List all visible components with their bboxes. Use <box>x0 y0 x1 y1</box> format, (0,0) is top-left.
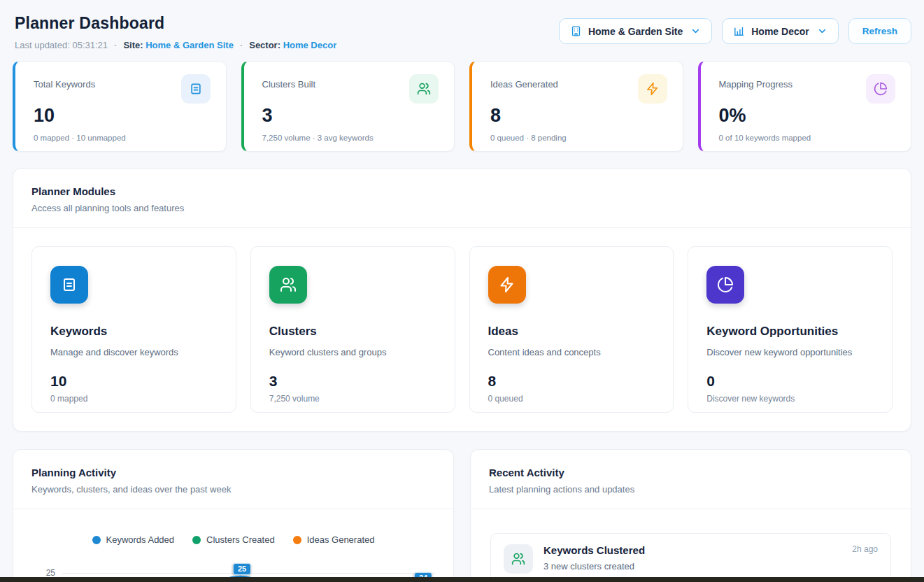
module-description: Discover new keyword opportunities <box>706 347 874 357</box>
activity-timestamp: 2h ago <box>852 544 878 554</box>
stat-sub: 0 mapped · 10 unmapped <box>34 134 211 142</box>
screen-bottom-bar <box>0 577 924 582</box>
section-subtitle: Latest planning actions and updates <box>489 484 893 495</box>
meta-separator: · <box>114 40 117 50</box>
legend-item-ideas-generated[interactable]: Ideas Generated <box>293 534 375 545</box>
chevron-down-icon <box>817 26 827 36</box>
stat-label: Total Keywords <box>34 77 95 90</box>
chevron-down-icon <box>690 26 701 36</box>
pie-chart-icon <box>706 266 744 304</box>
module-value: 0 <box>706 373 874 390</box>
activity-title: Keywords Clustered <box>543 544 645 556</box>
activity-item-keywords-clustered: Keywords Clustered 2h ago 3 new clusters… <box>490 533 891 582</box>
module-title: Clusters <box>269 325 436 339</box>
module-sub: 0 queued <box>488 394 655 404</box>
legend-label: Ideas Generated <box>307 534 375 545</box>
module-title: Keywords <box>50 325 218 339</box>
users-icon <box>269 266 307 304</box>
planner-modules-header: Planner Modules Access all planning tool… <box>13 169 911 228</box>
legend-label: Keywords Added <box>106 534 175 545</box>
planning-activity-header: Planning Activity Keywords, clusters, an… <box>13 450 453 509</box>
planning-activity-panel: Planning Activity Keywords, clusters, an… <box>13 449 454 582</box>
legend-dot <box>293 536 301 544</box>
stat-card-clusters-built: Clusters Built 3 7,250 volume · 3 avg ke… <box>241 61 455 152</box>
site-selector-dropdown[interactable]: Home & Garden Site <box>559 18 712 44</box>
module-title: Keyword Opportunities <box>706 325 874 339</box>
site-meta: Site: Home & Garden Site <box>123 40 234 50</box>
module-description: Keyword clusters and groups <box>269 347 436 357</box>
page-meta: Last updated: 05:31:21 · Site: Home & Ga… <box>15 40 336 50</box>
activity-chart: Keywords Added Clusters Created Ideas Ge… <box>13 509 453 582</box>
document-icon <box>50 266 88 304</box>
sector-meta: Sector: Home Decor <box>249 40 336 50</box>
recent-activity-panel: Recent Activity Latest planning actions … <box>470 449 911 582</box>
zap-icon <box>638 74 667 104</box>
activity-content: Keywords Clustered 2h ago 3 new clusters… <box>543 544 878 574</box>
legend-item-clusters-created[interactable]: Clusters Created <box>192 534 275 545</box>
module-value: 8 <box>488 373 655 390</box>
stat-sub: 7,250 volume · 3 avg keywords <box>262 134 439 142</box>
section-title: Planner Modules <box>31 185 893 197</box>
stat-label: Clusters Built <box>262 77 316 90</box>
module-card-ideas[interactable]: Ideas Content ideas and concepts 8 0 que… <box>469 246 674 413</box>
planner-modules-panel: Planner Modules Access all planning tool… <box>13 168 911 432</box>
sector-selector-dropdown[interactable]: Home Decor <box>722 18 838 44</box>
bar-chart-icon <box>733 25 745 37</box>
stat-card-total-keywords: Total Keywords 10 0 mapped · 10 unmapped <box>13 61 227 152</box>
section-subtitle: Keywords, clusters, and ideas over the p… <box>31 484 435 495</box>
stat-value: 0% <box>719 105 896 127</box>
legend-dot <box>192 536 201 544</box>
topbar-left: Planner Dashboard Last updated: 05:31:21… <box>15 14 336 50</box>
activity-description: 3 new clusters created <box>543 561 878 572</box>
module-title: Ideas <box>488 325 655 339</box>
data-point-label: 25 <box>233 563 251 575</box>
sector-selector-label: Home Decor <box>751 26 809 37</box>
planner-dashboard-page: Planner Dashboard Last updated: 05:31:21… <box>0 0 924 582</box>
stat-sub: 0 queued · 8 pending <box>490 134 667 142</box>
legend-dot <box>92 536 101 544</box>
topbar-controls: Home & Garden Site Home Decor Refresh <box>559 18 911 44</box>
stats-row: Total Keywords 10 0 mapped · 10 unmapped… <box>0 50 924 152</box>
refresh-button[interactable]: Refresh <box>848 18 911 44</box>
module-value: 10 <box>50 373 218 390</box>
meta-separator: · <box>240 40 243 50</box>
users-icon <box>504 544 533 574</box>
zap-icon <box>488 266 526 304</box>
section-title: Planning Activity <box>31 467 435 478</box>
legend-label: Clusters Created <box>206 534 275 545</box>
module-sub: 0 mapped <box>50 394 218 404</box>
module-card-keywords[interactable]: Keywords Manage and discover keywords 10… <box>31 246 236 413</box>
legend-item-keywords-added[interactable]: Keywords Added <box>92 534 175 545</box>
stat-card-ideas-generated: Ideas Generated 8 0 queued · 8 pending <box>469 61 683 152</box>
stat-sub: 0 of 10 keywords mapped <box>719 134 896 142</box>
module-description: Manage and discover keywords <box>50 347 218 357</box>
site-link[interactable]: Home & Garden Site <box>145 40 234 50</box>
stat-card-mapping-progress: Mapping Progress 0% 0 of 10 keywords map… <box>698 61 912 152</box>
last-updated: Last updated: 05:31:21 <box>15 40 108 50</box>
recent-activity-header: Recent Activity Latest planning actions … <box>471 450 911 509</box>
bottom-row: Planning Activity Keywords, clusters, an… <box>0 432 924 582</box>
module-sub: Discover new keywords <box>706 394 874 404</box>
pie-chart-icon <box>866 74 895 104</box>
module-description: Content ideas and concepts <box>488 347 655 357</box>
chart-legend: Keywords Added Clusters Created Ideas Ge… <box>31 534 435 545</box>
stat-value: 8 <box>490 105 667 127</box>
site-selector-label: Home & Garden Site <box>588 26 683 37</box>
module-card-keyword-opportunities[interactable]: Keyword Opportunities Discover new keywo… <box>688 246 893 413</box>
stat-label: Ideas Generated <box>490 77 558 90</box>
document-icon <box>181 74 211 104</box>
page-title: Planner Dashboard <box>15 14 336 33</box>
last-updated-value: 05:31:21 <box>72 40 108 50</box>
users-icon <box>409 74 439 104</box>
stat-label: Mapping Progress <box>719 77 793 90</box>
building-icon <box>570 25 582 37</box>
module-sub: 7,250 volume <box>269 394 436 404</box>
modules-grid: Keywords Manage and discover keywords 10… <box>13 228 911 431</box>
stat-value: 10 <box>34 105 211 127</box>
section-title: Recent Activity <box>489 467 893 478</box>
module-value: 3 <box>269 373 436 390</box>
recent-activity-list: Keywords Clustered 2h ago 3 new clusters… <box>471 509 911 582</box>
module-card-clusters[interactable]: Clusters Keyword clusters and groups 3 7… <box>250 246 455 413</box>
section-subtitle: Access all planning tools and features <box>31 203 893 213</box>
sector-link[interactable]: Home Decor <box>283 40 337 50</box>
